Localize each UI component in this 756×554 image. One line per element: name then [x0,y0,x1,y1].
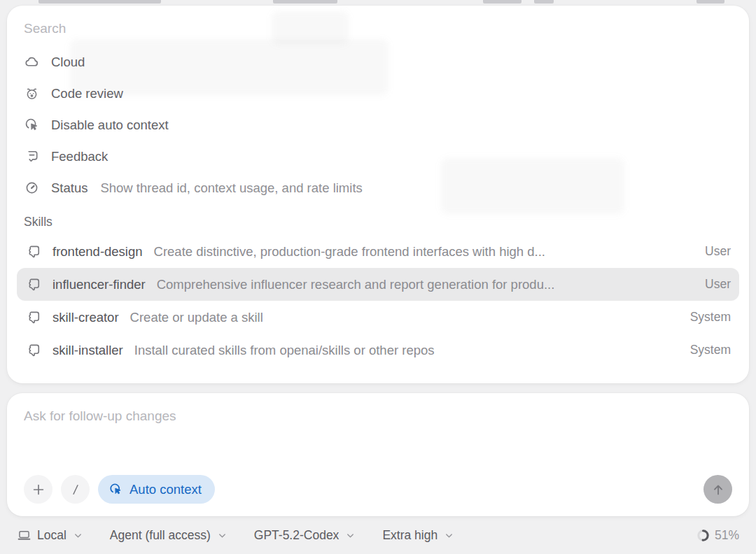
skill-description: Create distinctive, production-grade fro… [154,244,681,260]
arrow-up-icon [710,482,726,497]
skill-description: Install curated skills from openai/skill… [134,343,666,358]
composer-toolbar: Auto context [24,475,732,504]
slash-icon [69,483,83,497]
reasoning-effort-selector[interactable]: Extra high [382,528,454,543]
menu-item-label: Status [51,180,88,196]
search-input[interactable] [24,21,732,36]
auto-context-cursor-icon [108,482,123,497]
skill-row-frontend-design[interactable]: frontend-design Create distinctive, prod… [17,235,739,268]
skill-name: skill-creator [52,310,119,325]
menu-item-code-review[interactable]: Code review [24,78,732,109]
plus-icon [31,482,46,497]
skill-row-skill-creator[interactable]: skill-creator Create or update a skill S… [17,301,739,334]
menu-item-label: Feedback [51,149,108,164]
context-percent-label: 51% [715,528,739,543]
status-bar: Local Agent (full access) GPT-5.2-Codex … [0,516,756,554]
laptop-icon [17,528,31,543]
chevron-down-icon [73,530,83,541]
background-remnant [483,0,522,3]
context-usage: 51% [696,528,739,543]
attach-button[interactable] [24,475,52,504]
skill-name: skill-installer [52,343,123,358]
chevron-down-icon [345,530,356,541]
menu-item-label: Cloud [51,55,85,70]
composer-input[interactable] [24,409,732,475]
skill-description: Create or update a skill [130,310,666,325]
background-remnant [38,0,161,3]
auto-context-label: Auto context [130,482,202,497]
environment-label: Local [37,528,66,543]
skill-name: influencer-finder [52,277,146,292]
menu-item-cloud[interactable]: Cloud [24,46,732,78]
menu-item-feedback[interactable]: Feedback [24,141,732,172]
context-progress-ring-icon [696,529,710,542]
command-menu: Cloud Code review [24,46,732,204]
skill-icon [25,243,41,260]
status-gauge-icon [24,180,40,196]
skill-description: Comprehensive influencer research and re… [157,277,681,292]
menu-item-label: Disable auto context [51,118,169,133]
code-review-icon [24,85,40,101]
skill-name: frontend-design [52,244,143,260]
auto-context-toggle[interactable]: Auto context [98,475,215,504]
skill-row-skill-installer[interactable]: skill-installer Install curated skills f… [17,334,739,367]
skill-icon [25,309,41,325]
chevron-down-icon [444,530,454,541]
skills-section-header: Skills [24,215,732,229]
skills-list: frontend-design Create distinctive, prod… [24,235,732,367]
menu-item-description: Show thread id, context usage, and rate … [100,180,362,196]
command-palette: Cloud Code review [7,6,749,383]
composer: Auto context [7,393,749,516]
environment-selector[interactable]: Local [17,528,83,543]
skill-icon [25,276,41,292]
feedback-icon [24,148,40,164]
background-remnant [534,0,554,3]
auto-context-cursor-icon [24,117,40,133]
send-button[interactable] [704,475,732,504]
skill-scope-badge: User [705,244,731,259]
model-selector[interactable]: GPT-5.2-Codex [254,528,356,543]
agent-mode-label: Agent (full access) [110,528,211,543]
reasoning-effort-label: Extra high [382,528,438,543]
chevron-down-icon [217,530,227,541]
cloud-icon [24,54,40,70]
skill-icon [25,342,41,358]
skill-scope-badge: User [705,277,731,292]
skill-row-influencer-finder[interactable]: influencer-finder Comprehensive influenc… [17,268,739,301]
background-remnant [273,0,337,3]
skill-scope-badge: System [690,343,731,357]
slash-command-button[interactable] [61,475,90,504]
skill-scope-badge: System [690,310,731,325]
menu-item-label: Code review [51,86,123,101]
background-remnant [696,0,724,3]
menu-item-status[interactable]: Status Show thread id, context usage, an… [24,172,732,204]
menu-item-disable-auto-context[interactable]: Disable auto context [24,109,732,141]
agent-mode-selector[interactable]: Agent (full access) [110,528,227,543]
model-label: GPT-5.2-Codex [254,528,340,543]
